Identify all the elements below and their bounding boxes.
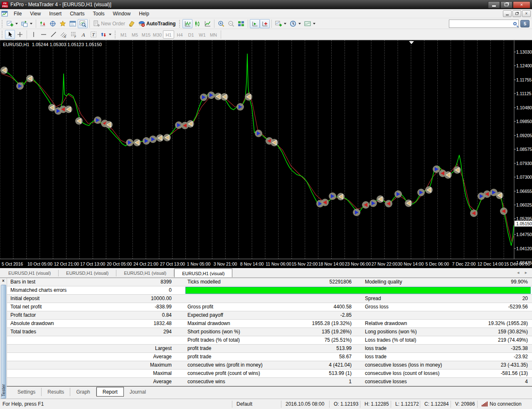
tester-tab-settings[interactable]: Settings [12,388,42,396]
chart-shift-button[interactable] [260,19,270,28]
chart-tab-3[interactable]: EURUSD,H1 (visual) [116,270,174,276]
restore-button[interactable] [500,1,512,8]
trade-marker-close[interactable] [337,193,345,200]
connection-status[interactable]: No connection [477,401,532,408]
menu-view[interactable]: View [26,10,45,17]
trade-marker-close[interactable] [496,192,503,199]
tester-tab-journal[interactable]: Journal [124,388,152,396]
tester-tab-report[interactable]: Report [96,387,124,397]
arrows-tool-button[interactable] [99,30,113,39]
toolbar-drag-handle[interactable] [2,31,4,38]
chart-area[interactable]: EURUSD,H1 1.05244 1.05303 1.05123 1.0515… [0,40,532,268]
timeframe-h4-button[interactable]: H4 [174,30,185,39]
search-input[interactable] [449,20,519,28]
trade-marker-sell[interactable] [385,200,392,207]
candlestick-button[interactable] [192,19,202,28]
trade-marker-close[interactable] [444,171,452,179]
timeframe-m30-button[interactable]: M30 [152,30,163,39]
new-order-button[interactable]: New Order [91,19,127,28]
bar-chart-button[interactable] [182,19,192,28]
trade-marker-close[interactable] [377,195,384,203]
terminal-button[interactable] [68,19,78,28]
trade-marker-close[interactable] [26,75,34,82]
tab-scroll-left-icon[interactable]: ◄ [516,271,520,275]
templates-button[interactable] [303,19,317,28]
trade-marker-close[interactable] [271,139,278,146]
menu-window[interactable]: Window [109,10,135,17]
chart-tab-1[interactable]: EURUSD,H1 (visual) [1,270,59,276]
trendline-button[interactable] [49,30,59,39]
trade-marker-buy[interactable] [433,165,440,173]
text-tool-button[interactable]: A [79,30,89,39]
timeframe-mn-button[interactable]: MN [208,30,219,39]
trade-marker-close[interactable] [65,106,72,113]
trade-marker-buy[interactable] [353,209,360,216]
metaeditor-button[interactable] [127,19,137,28]
trade-marker-buy[interactable] [200,94,207,101]
timeframe-h1-button[interactable]: H1 [163,30,174,39]
chart-tab-2[interactable]: EURUSD,H1 (visual) [59,270,116,276]
trade-marker-buy[interactable] [236,103,244,111]
tester-tab-graph[interactable]: Graph [70,388,96,396]
vertical-line-button[interactable] [29,30,39,39]
line-chart-button[interactable] [202,19,212,28]
trade-marker-buy[interactable] [126,139,133,146]
trade-marker-close[interactable] [105,121,113,128]
strategy-tester-button[interactable] [78,19,88,28]
text-label-button[interactable]: T [89,30,99,39]
chart-tab-4[interactable]: EURUSD,H1 (visual) [174,269,232,277]
timeframe-d1-button[interactable]: D1 [185,30,197,39]
trade-marker-sell[interactable] [500,207,507,215]
zoom-in-button[interactable] [216,19,226,28]
trade-marker-close[interactable] [0,67,8,74]
timeframe-m15-button[interactable]: M15 [140,30,152,39]
trade-marker-buy[interactable] [94,116,101,124]
data-window-button[interactable] [48,19,58,28]
trade-marker-sell[interactable] [470,209,478,217]
menu-charts[interactable]: Charts [66,10,89,17]
tester-close-button[interactable]: × [0,278,6,284]
trade-marker-close[interactable] [187,120,194,128]
indicators-button[interactable] [273,19,288,28]
trade-marker-sell[interactable] [483,190,491,198]
trade-marker-buy[interactable] [207,91,215,99]
menu-file[interactable]: File [10,10,26,17]
trade-marker-close[interactable] [156,134,164,142]
chart-system-menu-icon[interactable] [1,10,8,17]
zoom-out-button[interactable] [226,19,236,28]
toolbar-drag-handle[interactable] [2,20,4,27]
trade-marker-close[interactable] [163,134,171,141]
notifications-badge[interactable]: 5 [520,20,530,27]
trade-marker-buy[interactable] [16,82,24,90]
crosshair-tool-button[interactable] [15,30,25,39]
search-icon[interactable] [513,22,517,25]
profiles-button[interactable] [20,19,34,28]
tester-stripe[interactable]: Tester [1,285,6,399]
mdi-restore-button[interactable] [512,10,521,17]
toolbar-drag-handle[interactable] [115,31,117,38]
timeframe-m5-button[interactable]: M5 [129,30,140,39]
close-button[interactable]: × [513,1,530,8]
menu-help[interactable]: Help [135,10,153,17]
trade-marker-close[interactable] [221,93,228,101]
trade-marker-buy[interactable] [417,189,425,196]
toolbar-drag-handle[interactable] [179,20,181,27]
price-chart-canvas[interactable]: 1.130301.124001.117551.111251.104801.098… [0,40,532,269]
trade-marker-buy[interactable] [255,130,262,137]
trade-marker-close[interactable] [425,186,433,194]
mdi-close-button[interactable]: × [522,10,531,17]
trade-marker-buy[interactable] [369,200,377,207]
trade-marker-sell[interactable] [321,199,329,206]
auto-scroll-button[interactable] [250,19,260,28]
autotrading-button[interactable]: AutoTrading [137,19,177,28]
trade-marker-buy[interactable] [329,192,336,200]
timeframe-w1-button[interactable]: W1 [197,30,208,39]
market-watch-button[interactable] [38,19,48,28]
trade-marker-buy[interactable] [143,137,150,145]
mdi-minimize-button[interactable] [503,10,512,17]
tab-scroll-right-icon[interactable]: ► [524,271,528,275]
equidistant-channel-button[interactable]: E [59,30,69,39]
trade-marker-close[interactable] [75,117,83,125]
new-chart-button[interactable] [5,19,20,28]
trade-marker-close[interactable] [453,166,461,174]
